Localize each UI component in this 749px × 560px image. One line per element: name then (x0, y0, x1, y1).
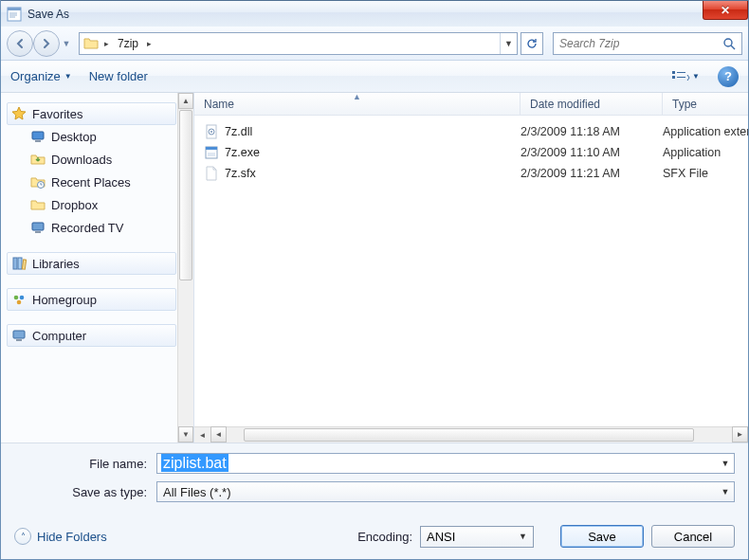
sidebar-item-desktop[interactable]: Desktop (7, 125, 176, 148)
column-type[interactable]: Type (663, 93, 748, 115)
svg-rect-7 (672, 71, 675, 74)
svg-rect-18 (22, 260, 26, 269)
svg-rect-17 (18, 258, 22, 269)
svg-rect-16 (13, 258, 17, 269)
folder-icon (83, 36, 99, 51)
svg-point-26 (210, 131, 212, 133)
scroll-left-button[interactable]: ◄ (210, 426, 227, 443)
sidebar-item-downloads[interactable]: Downloads (7, 148, 176, 171)
forward-button[interactable] (33, 30, 60, 57)
file-rows: 7z.dll2/3/2009 11:18 AMApplication exten… (194, 116, 748, 426)
downloads-icon (30, 152, 46, 167)
file-date: 2/3/2009 11:21 AM (521, 167, 663, 180)
chevron-down-icon[interactable]: ▼ (717, 482, 734, 501)
sidebar-item-label: Recorded TV (51, 221, 123, 235)
nav-header-homegroup[interactable]: Homegroup (7, 288, 176, 311)
svg-line-6 (731, 45, 735, 49)
navigation-pane: Favorites DesktopDownloadsRecent PlacesD… (1, 93, 194, 443)
filename-input[interactable]: ziplist.bat (161, 454, 228, 472)
libraries-icon (11, 256, 27, 271)
cancel-button[interactable]: Cancel (651, 525, 735, 548)
organize-button[interactable]: Organize ▼ (10, 69, 72, 83)
file-name: 7z.exe (225, 146, 260, 159)
nav-header-libraries[interactable]: Libraries (7, 252, 176, 275)
file-row[interactable]: 7z.exe2/3/2009 11:10 AMApplication (194, 142, 748, 163)
exe-icon (204, 145, 219, 160)
file-date: 2/3/2009 11:18 AM (521, 125, 663, 138)
file-icon (204, 166, 219, 181)
body: Favorites DesktopDownloadsRecent PlacesD… (1, 93, 748, 443)
history-dropdown[interactable]: ▼ (60, 30, 73, 57)
search-box[interactable] (553, 32, 742, 55)
file-type: SFX File (663, 167, 748, 180)
scroll-down-button[interactable]: ▼ (178, 426, 193, 443)
sidebar-item-dropbox[interactable]: Dropbox (7, 193, 176, 216)
arrow-right-icon (40, 37, 53, 50)
file-name: 7z.sfx (225, 167, 256, 180)
titlebar: Save As ✕ (1, 0, 748, 27)
scroll-thumb[interactable] (179, 110, 192, 280)
sidebar-item-recent-places[interactable]: Recent Places (7, 171, 176, 193)
dropbox-icon (30, 197, 46, 212)
svg-rect-15 (35, 231, 41, 233)
sidebar-item-label: Recent Places (51, 175, 131, 190)
toolbar: Organize ▼ New folder ▼ ? (1, 61, 748, 93)
nav-header-computer[interactable]: Computer (7, 324, 176, 347)
svg-point-21 (17, 300, 22, 305)
column-date-modified[interactable]: Date modified (521, 93, 663, 115)
svg-rect-10 (677, 77, 685, 78)
column-name[interactable]: Name ▲ (194, 93, 521, 115)
svg-rect-23 (16, 339, 22, 341)
encoding-combo[interactable]: ANSI ▼ (420, 526, 534, 548)
help-icon: ? (724, 69, 732, 83)
close-button[interactable]: ✕ (703, 1, 748, 20)
file-date: 2/3/2009 11:10 AM (521, 146, 663, 159)
scroll-thumb[interactable] (244, 428, 694, 442)
sidebar-item-recorded-tv[interactable]: Recorded TV (7, 216, 176, 239)
new-folder-button[interactable]: New folder (89, 69, 148, 83)
sidebar-item-label: Downloads (51, 153, 112, 167)
file-type: Application (663, 146, 748, 159)
encoding-label: Encoding: (357, 530, 412, 544)
chevron-right-icon[interactable]: ▸ (143, 39, 155, 48)
star-icon (11, 106, 27, 121)
navpane-scrollbar[interactable]: ▲ ▼ (177, 93, 193, 443)
sort-ascending-icon: ▲ (353, 92, 361, 101)
help-button[interactable]: ? (718, 66, 739, 87)
scroll-right-button[interactable]: ► (732, 426, 748, 443)
filename-label: File name: (14, 457, 156, 471)
address-dropdown[interactable]: ▼ (500, 33, 517, 54)
file-row[interactable]: 7z.sfx2/3/2009 11:21 AMSFX File (194, 163, 748, 184)
svg-rect-14 (32, 223, 44, 230)
bottom-panel: File name: ziplist.bat ▼ Save as type: A… (1, 443, 748, 559)
scroll-track[interactable] (227, 426, 732, 443)
search-input[interactable] (559, 37, 722, 50)
save-as-dialog: Save As ✕ ▼ ▸ 7zip ▸ ▼ (0, 0, 749, 560)
savetype-combo[interactable]: All Files (*.*) ▼ (156, 481, 735, 502)
refresh-button[interactable] (521, 32, 543, 55)
scroll-up-button[interactable]: ▲ (178, 93, 193, 109)
chevron-right-icon[interactable]: ▸ (100, 39, 113, 48)
svg-rect-8 (677, 72, 685, 73)
svg-rect-29 (208, 153, 215, 156)
filename-combo[interactable]: ziplist.bat ▼ (156, 453, 735, 474)
encoding-value: ANSI (427, 530, 455, 544)
svg-rect-1 (8, 8, 21, 10)
chevron-down-icon[interactable]: ▼ (519, 532, 527, 541)
chevron-down-icon[interactable]: ▼ (717, 454, 734, 473)
nav-history: ▼ (7, 30, 73, 57)
nav-header-favorites[interactable]: Favorites (7, 102, 176, 125)
horizontal-scrollbar[interactable]: ◄ ◄ ► (194, 426, 748, 443)
save-button[interactable]: Save (560, 525, 644, 548)
file-row[interactable]: 7z.dll2/3/2009 11:18 AMApplication exten… (194, 121, 748, 142)
hide-folders-button[interactable]: ˄ Hide Folders (14, 528, 107, 545)
window-title: Save As (27, 8, 69, 21)
breadcrumb-current[interactable]: 7zip (113, 33, 143, 54)
back-button[interactable] (7, 30, 33, 57)
column-headers: Name ▲ Date modified Type (194, 93, 748, 116)
view-options-button[interactable]: ▼ (670, 66, 701, 87)
scroll-left-button[interactable]: ◄ (194, 426, 210, 443)
arrow-left-icon (13, 37, 27, 50)
address-bar[interactable]: ▸ 7zip ▸ ▼ (79, 32, 518, 55)
savetype-value: All Files (*.*) (157, 485, 717, 499)
